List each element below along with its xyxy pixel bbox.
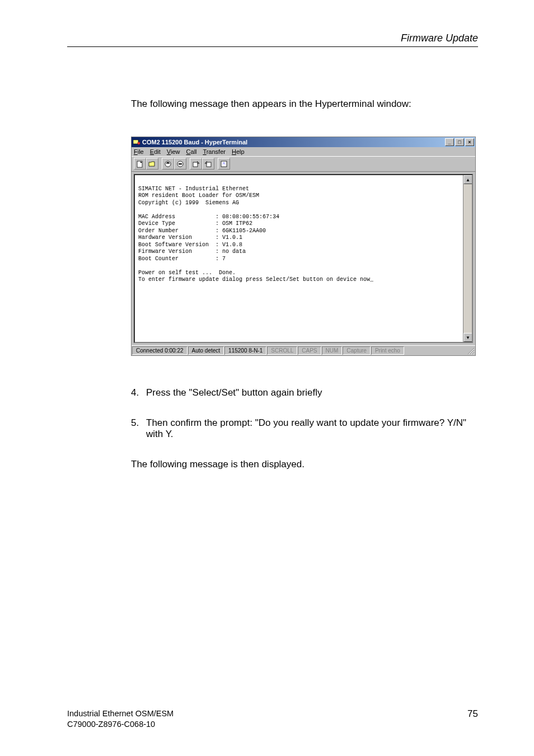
status-caps: CAPS bbox=[298, 346, 321, 355]
page-number: 75 bbox=[467, 708, 478, 730]
step-4: 4. Press the "Select/Set" button again b… bbox=[131, 387, 478, 398]
menu-call[interactable]: Call bbox=[186, 148, 197, 155]
menu-file[interactable]: File bbox=[134, 148, 144, 155]
menu-edit[interactable]: Edit bbox=[150, 148, 161, 155]
menu-view[interactable]: View bbox=[167, 148, 180, 155]
step-5-text: Then confirm the prompt: "Do you really … bbox=[146, 417, 478, 440]
hyperterminal-window: COM2 115200 Baud - HyperTerminal _ □ × F… bbox=[131, 137, 476, 356]
step-5-number: 5. bbox=[131, 417, 146, 440]
svg-rect-7 bbox=[207, 162, 211, 167]
svg-rect-6 bbox=[193, 162, 198, 167]
step-5: 5. Then confirm the prompt: "Do you real… bbox=[131, 417, 478, 440]
scroll-track[interactable] bbox=[463, 184, 472, 333]
toolbar bbox=[132, 156, 475, 172]
step-4-text: Press the "Select/Set" button again brie… bbox=[146, 387, 322, 398]
hangup-icon[interactable] bbox=[174, 158, 186, 170]
minimize-button[interactable]: _ bbox=[445, 138, 454, 146]
intro-paragraph: The following message then appears in th… bbox=[131, 98, 478, 110]
menu-transfer[interactable]: Transfer bbox=[203, 148, 226, 155]
scroll-up-button[interactable]: ▲ bbox=[463, 175, 472, 184]
status-num: NUM bbox=[322, 346, 343, 355]
step-4-number: 4. bbox=[131, 387, 146, 398]
status-scroll: SCROLL bbox=[267, 346, 297, 355]
phone-call-icon[interactable] bbox=[162, 158, 174, 170]
menu-help[interactable]: Help bbox=[232, 148, 245, 155]
window-title: COM2 115200 Baud - HyperTerminal bbox=[142, 139, 247, 145]
svg-point-1 bbox=[138, 142, 140, 144]
menubar: File Edit View Call Transfer Help bbox=[132, 147, 475, 156]
terminal: SIMATIC NET - Industrial Ethernet ROM re… bbox=[134, 174, 473, 343]
properties-icon[interactable] bbox=[218, 158, 230, 170]
resize-grip[interactable] bbox=[466, 346, 475, 355]
status-capture: Capture bbox=[343, 346, 371, 355]
terminal-frame: SIMATIC NET - Industrial Ethernet ROM re… bbox=[132, 172, 475, 345]
open-icon[interactable] bbox=[146, 158, 158, 170]
header-title: Firmware Update bbox=[401, 32, 478, 44]
vertical-scrollbar[interactable]: ▲ ▼ bbox=[463, 175, 472, 342]
status-params: 115200 8-N-1 bbox=[224, 346, 266, 355]
status-echo: Print echo bbox=[371, 346, 404, 355]
receive-icon[interactable] bbox=[202, 158, 214, 170]
svg-rect-5 bbox=[179, 163, 182, 165]
page-header: Firmware Update bbox=[67, 32, 478, 47]
app-icon bbox=[133, 139, 140, 145]
status-connected: Connected 0:00:22 bbox=[132, 346, 188, 355]
new-connection-icon[interactable] bbox=[134, 158, 146, 170]
statusbar: Connected 0:00:22 Auto detect 115200 8-N… bbox=[132, 345, 475, 355]
titlebar: COM2 115200 Baud - HyperTerminal _ □ × bbox=[132, 137, 475, 147]
status-mode: Auto detect bbox=[188, 346, 224, 355]
footer-line2: C79000-Z8976-C068-10 bbox=[67, 719, 174, 730]
maximize-button[interactable]: □ bbox=[455, 138, 464, 146]
page-footer: Industrial Ethernet OSM/ESM C79000-Z8976… bbox=[67, 708, 478, 730]
terminal-output: SIMATIC NET - Industrial Ethernet ROM re… bbox=[135, 175, 463, 342]
scroll-down-button[interactable]: ▼ bbox=[463, 333, 472, 342]
outro-paragraph: The following message is then displayed. bbox=[131, 459, 478, 470]
send-icon[interactable] bbox=[190, 158, 202, 170]
close-button[interactable]: × bbox=[465, 138, 474, 146]
footer-line1: Industrial Ethernet OSM/ESM bbox=[67, 708, 174, 720]
